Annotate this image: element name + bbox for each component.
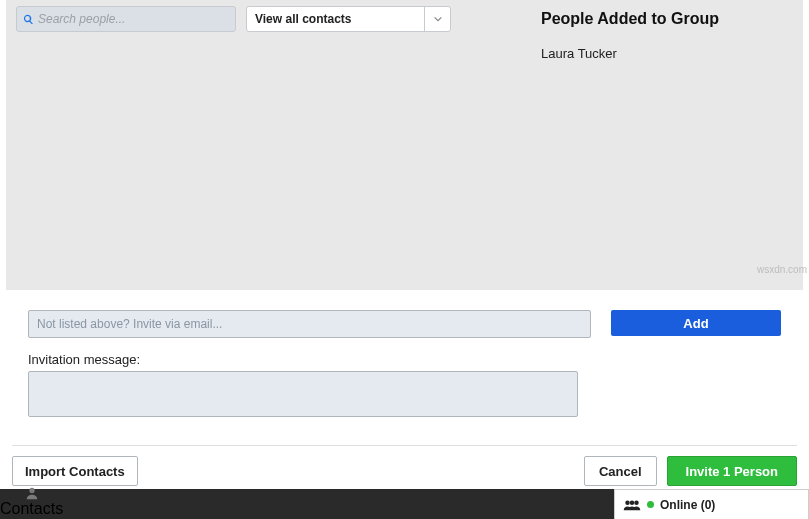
mid-area: Add Invitation message:: [0, 290, 809, 431]
bottom-actions: Import Contacts Cancel Invite 1 Person: [0, 446, 809, 494]
added-person-name: Laura Tucker: [541, 46, 793, 61]
contacts-tab[interactable]: Contacts: [0, 486, 63, 519]
view-select-arrow[interactable]: [424, 7, 450, 31]
status-dot-icon: [647, 501, 654, 508]
svg-point-2: [630, 500, 635, 505]
svg-point-3: [634, 500, 639, 505]
invitation-message-label: Invitation message:: [28, 352, 781, 367]
top-panel: View all contacts People Added to Group …: [6, 0, 803, 290]
view-contacts-select[interactable]: View all contacts: [246, 6, 451, 32]
import-contacts-button[interactable]: Import Contacts: [12, 456, 138, 486]
invitation-message-input[interactable]: [28, 371, 578, 417]
online-status-panel[interactable]: Online (0): [614, 489, 809, 519]
invite-row: Add: [28, 310, 781, 338]
left-column: View all contacts: [16, 6, 523, 290]
svg-point-1: [625, 500, 630, 505]
watermark: wsxdn.com: [757, 264, 807, 275]
cancel-button[interactable]: Cancel: [584, 456, 657, 486]
contacts-tab-label: Contacts: [0, 500, 63, 518]
invite-person-button[interactable]: Invite 1 Person: [667, 456, 797, 486]
search-box[interactable]: [16, 6, 236, 32]
search-icon: [23, 14, 34, 25]
search-input[interactable]: [38, 12, 229, 26]
person-icon: [25, 486, 39, 500]
add-button[interactable]: Add: [611, 310, 781, 336]
search-row: View all contacts: [16, 6, 523, 32]
people-icon: [623, 499, 641, 511]
view-select-label: View all contacts: [247, 12, 424, 26]
svg-point-0: [29, 488, 34, 493]
added-people-title: People Added to Group: [541, 10, 793, 28]
chevron-down-icon: [433, 14, 443, 24]
added-people-panel: People Added to Group Laura Tucker: [533, 6, 793, 290]
invite-email-input[interactable]: [28, 310, 591, 338]
online-status-text: Online (0): [660, 498, 715, 512]
